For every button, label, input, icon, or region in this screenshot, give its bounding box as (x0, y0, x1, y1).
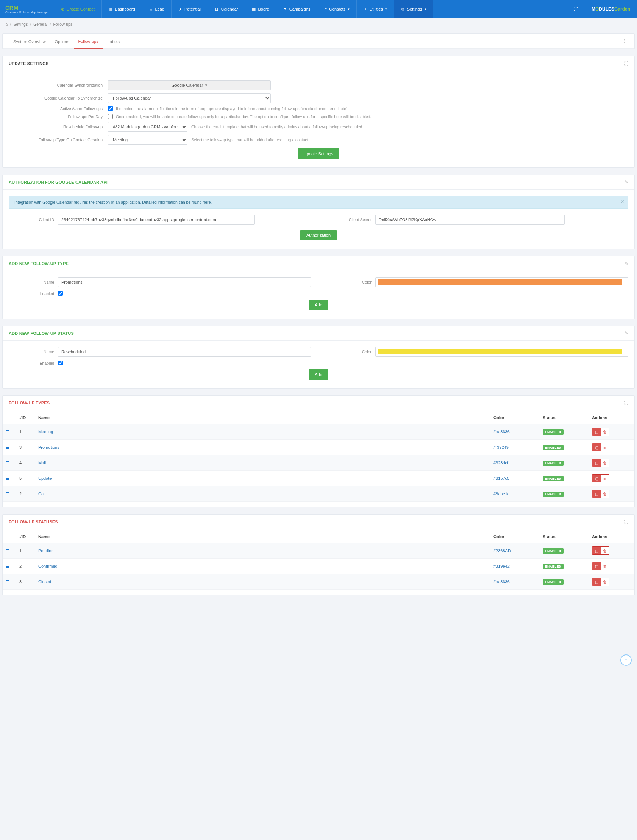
tab-system-overview[interactable]: System Overview (9, 34, 51, 49)
board-icon: ▦ (252, 7, 256, 12)
caret-down-icon: ▾ (205, 83, 207, 87)
delete-button[interactable]: 🗑 (601, 428, 609, 436)
drag-handle-icon[interactable]: ☰ (3, 440, 16, 455)
client-secret-input[interactable] (375, 215, 565, 224)
row-id: 1 (16, 424, 35, 440)
row-name-link[interactable]: Update (38, 476, 52, 481)
disable-button[interactable]: ▢ (592, 428, 601, 436)
table-row: ☰2Call#8abe1cENABLED▢🗑 (3, 486, 634, 502)
drag-handle-icon[interactable]: ☰ (3, 543, 16, 559)
drag-handle-icon[interactable]: ☰ (3, 471, 16, 486)
reschedule-template-select[interactable]: #82 Modulesgarden CRM - webform template (108, 122, 188, 132)
calendar-sync-label: Calendar Synchronization (9, 83, 104, 87)
fullscreen-button[interactable]: ⛶ (567, 0, 585, 18)
row-name-link[interactable]: Confirmed (38, 564, 58, 568)
nav-dashboard[interactable]: ▥Dashboard (101, 0, 142, 18)
delete-button[interactable]: 🗑 (601, 562, 609, 570)
status-name-input[interactable] (58, 347, 311, 357)
disable-button[interactable]: ▢ (592, 475, 601, 482)
drag-handle-icon[interactable]: ☰ (3, 574, 16, 590)
per-day-checkbox[interactable] (108, 114, 113, 119)
row-name-link[interactable]: Promotions (38, 445, 60, 450)
tab-options[interactable]: Options (51, 34, 74, 49)
row-name-link[interactable]: Pending (38, 548, 54, 553)
type-color-picker[interactable] (375, 277, 628, 287)
tab-followups[interactable]: Follow-ups (74, 34, 103, 49)
delete-button[interactable]: 🗑 (601, 459, 609, 467)
disable-button[interactable]: ▢ (592, 490, 601, 497)
status-color-picker[interactable] (375, 347, 628, 357)
nav-potential[interactable]: ★Potential (171, 0, 207, 18)
google-calendar-select[interactable]: Follow-ups Calendar (108, 93, 271, 103)
nav-board[interactable]: ▦Board (245, 0, 276, 18)
delete-button[interactable]: 🗑 (601, 490, 609, 497)
authorization-button[interactable]: Authorization (300, 230, 337, 240)
status-enabled-checkbox[interactable] (58, 360, 63, 365)
row-color-link[interactable]: #ba3636 (493, 579, 510, 584)
status-badge: ENABLED (543, 548, 564, 554)
add-type-button[interactable]: Add (309, 300, 328, 310)
disable-button[interactable]: ▢ (592, 578, 601, 586)
edit-icon[interactable]: ✎ (624, 331, 628, 336)
type-on-creation-help: Select the follow-up type that will be a… (191, 137, 310, 142)
drag-handle-icon[interactable]: ☰ (3, 424, 16, 440)
breadcrumb-home[interactable]: ⌂ (5, 22, 8, 27)
color-label: Color (326, 280, 371, 284)
expand-icon[interactable]: ⛶ (624, 519, 628, 524)
nav-lead[interactable]: ☆Lead (142, 0, 171, 18)
delete-button[interactable]: 🗑 (601, 475, 609, 482)
row-color-link[interactable]: #f39249 (493, 445, 509, 450)
type-on-creation-label: Follow-up Type On Contact Creation (9, 137, 104, 142)
tab-labels[interactable]: Labels (103, 34, 124, 49)
panel-title: ADD NEW FOLLOW-UP TYPE (9, 261, 68, 266)
row-name-link[interactable]: Mail (38, 461, 46, 465)
nav-utilities[interactable]: ✧Utilities▾ (356, 0, 394, 18)
disable-button[interactable]: ▢ (592, 562, 601, 570)
update-settings-button[interactable]: Update Settings (298, 148, 339, 159)
table-row: ☰3Closed#ba3636ENABLED▢🗑 (3, 574, 634, 590)
add-status-button[interactable]: Add (309, 369, 328, 380)
breadcrumb-settings[interactable]: Settings (13, 22, 28, 27)
drag-handle-icon[interactable]: ☰ (3, 486, 16, 502)
close-icon[interactable]: × (621, 199, 624, 205)
disable-button[interactable]: ▢ (592, 444, 601, 451)
type-name-input[interactable] (58, 277, 311, 287)
nav-settings[interactable]: ⚙Settings▾ (394, 0, 433, 18)
row-color-link[interactable]: #8abe1c (493, 491, 509, 496)
row-color-link[interactable]: #ba3636 (493, 429, 510, 434)
table-row: ☰4Mail#623dcfENABLED▢🗑 (3, 455, 634, 471)
type-enabled-checkbox[interactable] (58, 291, 63, 296)
row-name-link[interactable]: Call (38, 491, 46, 496)
expand-icon[interactable]: ⛶ (624, 61, 628, 66)
row-color-link[interactable]: #319e42 (493, 564, 510, 568)
drag-handle-icon[interactable]: ☰ (3, 559, 16, 574)
drag-handle-icon[interactable]: ☰ (3, 455, 16, 471)
client-id-input[interactable] (58, 215, 255, 224)
row-name-link[interactable]: Closed (38, 579, 51, 584)
nav-calendar[interactable]: 🗓Calendar (207, 0, 245, 18)
edit-icon[interactable]: ✎ (624, 261, 628, 266)
nav-campaigns[interactable]: ⚑Campaigns (276, 0, 318, 18)
type-on-creation-select[interactable]: Meeting (108, 135, 188, 145)
row-color-link[interactable]: #61b7c0 (493, 476, 509, 481)
edit-icon[interactable]: ✎ (624, 180, 628, 185)
row-color-link[interactable]: #2368AD (493, 548, 511, 553)
add-followup-type-panel: ADD NEW FOLLOW-UP TYPE ✎ Name Color Enab… (2, 256, 635, 319)
expand-icon[interactable]: ⛶ (624, 400, 628, 406)
create-contact-link[interactable]: ⊕ Create Contact (54, 0, 101, 18)
breadcrumb-general[interactable]: General (33, 22, 47, 27)
disable-button[interactable]: ▢ (592, 547, 601, 554)
row-color-link[interactable]: #623dcf (493, 461, 508, 465)
delete-button[interactable]: 🗑 (601, 578, 609, 586)
panel-title: ADD NEW FOLLOW-UP STATUS (9, 331, 74, 336)
brand: CRM Customer Relationship Manager (0, 0, 54, 18)
active-alarm-checkbox[interactable] (108, 106, 113, 111)
nav-contacts[interactable]: ≡Contacts▾ (317, 0, 356, 18)
delete-button[interactable]: 🗑 (601, 547, 609, 554)
name-label: Name (9, 350, 54, 354)
calendar-sync-dropdown[interactable]: Google Calendar ▾ (108, 80, 271, 90)
delete-button[interactable]: 🗑 (601, 444, 609, 451)
expand-icon[interactable]: ⛶ (624, 39, 628, 44)
disable-button[interactable]: ▢ (592, 459, 601, 467)
row-name-link[interactable]: Meeting (38, 429, 53, 434)
